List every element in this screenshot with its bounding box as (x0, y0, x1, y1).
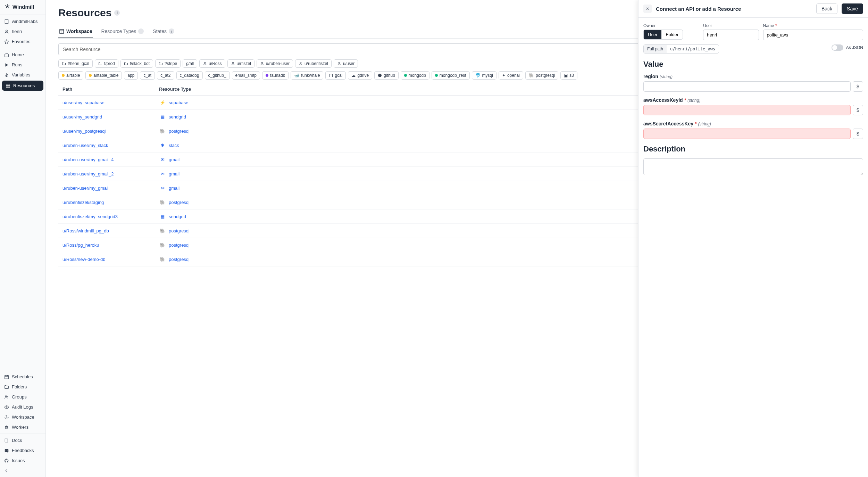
accesskey-var-button[interactable]: $ (853, 105, 863, 115)
folder-icon (159, 61, 163, 66)
eye-icon (4, 405, 9, 410)
resource-path[interactable]: u/rubenfiszel/staging (62, 200, 159, 205)
app-logo[interactable]: Windmill (0, 0, 45, 13)
filter-type[interactable]: mongodb (401, 71, 429, 80)
nav-schedules[interactable]: Schedules (0, 372, 45, 382)
svg-point-16 (232, 62, 234, 64)
filter-type[interactable]: ▣s3 (560, 71, 577, 80)
back-button[interactable]: Back (816, 3, 837, 14)
filter-type[interactable]: ☁gdrive (348, 71, 372, 80)
svg-point-17 (261, 62, 263, 64)
filter-type[interactable]: app (124, 71, 138, 80)
filter-folder[interactable]: f/prod (95, 59, 118, 68)
resource-path[interactable]: u/ruben-user/my_slack (62, 143, 159, 148)
collapse-sidebar-button[interactable] (0, 466, 45, 477)
resource-path[interactable]: u/Ross/pg_heroku (62, 242, 159, 248)
filter-group[interactable]: g/all (183, 59, 197, 68)
filter-type[interactable]: email_smtp (232, 71, 260, 80)
filter-type[interactable]: 🐋funkwhale (291, 71, 323, 80)
filter-type[interactable]: github (374, 71, 399, 80)
save-button[interactable]: Save (842, 3, 863, 14)
filter-type[interactable]: faunadb (262, 71, 289, 80)
filter-user[interactable]: u/user (334, 59, 358, 68)
fullpath: Full path u/henri/polite_aws (643, 44, 719, 54)
region-var-button[interactable]: $ (853, 81, 863, 92)
filter-type[interactable]: c_datadog (176, 71, 203, 80)
nav-docs[interactable]: Docs (0, 435, 45, 445)
robot-icon (4, 425, 9, 430)
svg-point-19 (339, 62, 340, 64)
tab-resource-types[interactable]: Resource Types i (100, 25, 144, 38)
nav-home[interactable]: Home (0, 50, 45, 60)
resource-path[interactable]: u/ruben-user/my_gmail_2 (62, 171, 159, 176)
owner-kind-folder[interactable]: Folder (661, 30, 683, 39)
nav-issues[interactable]: Issues (0, 455, 45, 466)
tab-states[interactable]: States i (152, 25, 175, 38)
info-icon[interactable]: i (114, 10, 120, 16)
filter-type[interactable]: c_at (140, 71, 155, 80)
secretkey-var-button[interactable]: $ (853, 129, 863, 139)
user-icon (203, 61, 207, 66)
nav-resources-label: Resources (13, 83, 35, 88)
filter-type[interactable]: c_at2 (157, 71, 174, 80)
json-switch[interactable] (832, 44, 843, 51)
tab-workspace[interactable]: Workspace (58, 25, 93, 38)
nav-feedbacks[interactable]: Feedbacks (0, 445, 45, 455)
nav-runs[interactable]: Runs (0, 60, 45, 70)
region-input[interactable] (643, 81, 851, 92)
description-input[interactable] (643, 158, 863, 175)
resource-path[interactable]: u/ruben-user/my_gmail_4 (62, 157, 159, 162)
accesskey-input[interactable] (643, 105, 851, 115)
filter-folder[interactable]: f/slack_bot (120, 59, 153, 68)
github-icon (378, 73, 382, 77)
filter-type[interactable]: 🐬mysql (472, 71, 496, 80)
close-button[interactable] (643, 5, 652, 13)
resource-path[interactable]: u/Ross/windmill_pg_db (62, 228, 159, 233)
resource-path[interactable]: u/rubenfiszel/my_sendgrid3 (62, 214, 159, 219)
field-label-accesskey: awsAccessKeyId* (string) (643, 97, 863, 103)
filter-type[interactable]: 🐘postgresql (525, 71, 558, 80)
nav-workers[interactable]: Workers (0, 422, 45, 432)
nav-docs-label: Docs (12, 438, 22, 443)
supabase-icon: ⚡ (159, 99, 166, 106)
filter-user[interactable]: u/rfiszel (227, 59, 254, 68)
user-menu[interactable]: henri (0, 26, 45, 36)
filter-type[interactable]: c_github_ (205, 71, 230, 80)
nav-workspace-settings[interactable]: Workspace (0, 412, 45, 422)
gmail-icon: ✉ (159, 184, 166, 191)
user-input[interactable] (703, 30, 759, 40)
nav-groups[interactable]: Groups (0, 392, 45, 402)
drawer-header: Connect an API or add a Resource Back Sa… (639, 0, 868, 18)
resource-path[interactable]: u/user/my_supabase (62, 100, 159, 105)
resource-path[interactable]: u/Ross/new-demo-db (62, 257, 159, 262)
postgresql-icon: 🐘 (159, 199, 166, 206)
workspace-selector[interactable]: windmill-labs (0, 16, 45, 26)
filter-folder[interactable]: f/henri_gcal (58, 59, 93, 68)
filter-user[interactable]: u/rubenfiszel (295, 59, 332, 68)
filter-user[interactable]: u/Ross (199, 59, 225, 68)
resource-path[interactable]: u/ruben-user/my_gmail (62, 186, 159, 191)
filter-user[interactable]: u/ruben-user (257, 59, 293, 68)
nav-audit[interactable]: Audit Logs (0, 402, 45, 412)
postgresql-icon: 🐘 (159, 241, 166, 248)
filter-type[interactable]: airtable_table (85, 71, 122, 80)
filter-type[interactable]: gcal (325, 71, 346, 80)
resource-type-label: postgresql (169, 129, 190, 134)
resource-path[interactable]: u/user/my_postgresql (62, 129, 159, 134)
svg-point-9 (6, 406, 7, 408)
resource-type-label: postgresql (169, 257, 190, 262)
filter-type[interactable]: airtable (58, 71, 83, 80)
nav-variables[interactable]: Variables (0, 70, 45, 80)
owner-kind-user[interactable]: User (644, 30, 661, 39)
sendgrid-icon: ▦ (159, 213, 166, 220)
secretkey-input[interactable] (643, 129, 851, 139)
resource-path[interactable]: u/user/my_sendgrid (62, 114, 159, 120)
filter-folder[interactable]: f/stripe (155, 59, 181, 68)
favorites-label: Favorites (12, 39, 30, 44)
name-input[interactable] (763, 30, 863, 40)
filter-type[interactable]: ✦openai (499, 71, 523, 80)
sidebar-favorites[interactable]: Favorites (0, 36, 45, 47)
nav-folders[interactable]: Folders (0, 382, 45, 392)
nav-resources[interactable]: Resources (2, 81, 43, 91)
filter-type[interactable]: mongodb_rest (432, 71, 470, 80)
